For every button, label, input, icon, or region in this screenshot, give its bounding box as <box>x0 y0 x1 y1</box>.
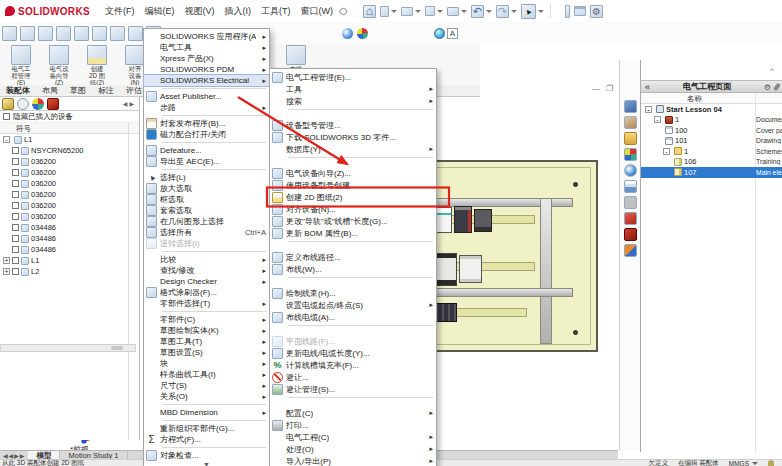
equipment-tree-row[interactable]: + L1 <box>0 255 139 266</box>
settings-gear-icon[interactable] <box>38 26 53 41</box>
panel-pin-icon[interactable] <box>773 82 781 91</box>
appearance-sphere-icon[interactable] <box>342 28 353 39</box>
report-flag-icon[interactable] <box>92 26 107 41</box>
menu-item[interactable]: 封套发布程序(B)... <box>144 118 269 129</box>
menu-item[interactable]: 绘制线束(H)... <box>270 287 436 299</box>
ribbon-button[interactable]: 电气工 程管理 (E) <box>2 44 40 85</box>
menu-item[interactable]: 磁力配合打开/关闭 <box>144 129 269 140</box>
menu-bar-item[interactable]: 视图(V) <box>179 5 219 18</box>
display-manager-tab-icon[interactable] <box>47 98 59 110</box>
process-tools-icon[interactable] <box>110 26 125 41</box>
equipment-tree-row[interactable]: 036200 <box>0 200 139 211</box>
ribbon-tab[interactable]: 草图 <box>64 85 92 96</box>
menu-item[interactable]: 电气工具 ▸ <box>144 42 269 53</box>
menu-item[interactable]: 步路 ▸ <box>144 102 269 113</box>
menu-item[interactable]: 选择所有 Ctrl+A <box>144 227 269 238</box>
menu-item[interactable]: 平面线路(F)... <box>270 335 436 347</box>
menu-item[interactable]: 框选取 <box>144 194 269 205</box>
home-icon[interactable] <box>624 100 637 113</box>
row-checkbox[interactable] <box>12 213 19 220</box>
menu-item[interactable]: 电气设备向导(Z)... <box>270 167 436 179</box>
equipment-tree-row[interactable]: 036200 <box>0 189 139 200</box>
spellcheck-icon[interactable]: A <box>447 28 458 39</box>
menu-item[interactable]: 选择(L) <box>144 172 269 183</box>
menu-item[interactable]: 重新组织零部件(G)... <box>144 423 269 434</box>
row-checkbox[interactable] <box>12 191 19 198</box>
equipment-tree-row[interactable]: - L1 <box>0 134 139 145</box>
row-checkbox[interactable] <box>12 202 19 209</box>
equipment-tree-row[interactable]: 036200 <box>0 156 139 167</box>
expander-icon[interactable]: - <box>654 116 661 123</box>
ball-icon[interactable] <box>624 164 637 177</box>
menu-bar-item[interactable]: 文件(F) <box>100 5 140 18</box>
menu-item[interactable]: 在几何图形上选择 <box>144 216 269 227</box>
menu-bar-item[interactable]: 窗口(W) <box>295 5 338 18</box>
hide-inserted-checkbox[interactable] <box>3 113 10 120</box>
menu-item[interactable]: 下载 SOLIDWORKS 3D 零件... <box>270 131 436 143</box>
menu-item[interactable]: 更新 BOM 属性(B)... <box>270 227 436 239</box>
tab-scroll-arrows-icon[interactable]: ◀▶ <box>123 100 136 107</box>
search-components-icon[interactable] <box>74 26 89 41</box>
cube-icon[interactable] <box>624 228 637 241</box>
menu-item[interactable]: 零部件选择(T) ▸ <box>144 298 269 309</box>
menu-item[interactable]: 放大选取 <box>144 183 269 194</box>
row-checkbox[interactable] <box>12 246 19 253</box>
wrench-tools-icon[interactable] <box>128 26 143 41</box>
ribbon-tab[interactable]: 装配体 <box>0 85 36 96</box>
row-checkbox[interactable] <box>12 180 19 187</box>
menu-item[interactable]: 导出至 AEC(E)... <box>144 156 269 167</box>
units-dropdown-icon[interactable] <box>752 462 758 465</box>
panel-settings-gear-icon[interactable] <box>764 82 771 92</box>
view-tool-button[interactable] <box>565 5 570 18</box>
menu-item[interactable]: 搜索 ▸ <box>270 95 436 107</box>
menu-item[interactable]: SOLIDWORKS PDM ▸ <box>144 64 269 75</box>
menu-item[interactable]: 避让... <box>270 371 436 383</box>
export-icon[interactable] <box>624 244 637 257</box>
dropdown-caret-icon[interactable] <box>415 10 421 13</box>
dropdown-caret-icon[interactable] <box>538 10 544 13</box>
expander-icon[interactable]: - <box>645 106 652 113</box>
puzzle-icon[interactable] <box>624 148 637 161</box>
menu-item[interactable]: 数据库(Y) ▸ <box>270 143 436 155</box>
gray-icon[interactable] <box>624 196 637 209</box>
equipment-browser-icon[interactable] <box>20 26 35 41</box>
menu-item[interactable]: 打印... <box>270 419 436 431</box>
quick-tool-button[interactable] <box>521 4 544 19</box>
name-column-header[interactable]: 名称 <box>641 93 782 104</box>
units-value[interactable]: MMGS <box>729 460 749 466</box>
panel-collapse-icon[interactable]: ^ <box>770 66 774 75</box>
ribbon-button[interactable]: 创建 2D 图 纸(2) <box>78 44 116 85</box>
menu-item[interactable]: 草图设置(S) ▸ <box>144 347 269 358</box>
menu-item[interactable]: 避让管理(S)... <box>270 383 436 395</box>
equipment-tree-row[interactable]: 036200 <box>0 167 139 178</box>
equipment-tree-row[interactable]: 034486 <box>0 244 139 255</box>
equipment-tree-row[interactable]: 036200 <box>0 178 139 189</box>
dropdown-caret-icon[interactable] <box>391 10 397 13</box>
menu-item[interactable]: 创建 2D 图纸(2) <box>270 191 436 203</box>
menu-item[interactable]: 工具 ▸ <box>270 83 436 95</box>
expander-icon[interactable]: - <box>3 136 10 143</box>
language-globe-icon[interactable] <box>434 28 445 39</box>
row-checkbox[interactable] <box>12 169 19 176</box>
menu-item[interactable]: 更改"导轨"或"线槽"长度(G)... <box>270 215 436 227</box>
folder-icon[interactable] <box>624 132 637 145</box>
menu-item[interactable]: 格式涂刷器(F)... <box>144 287 269 298</box>
electrical-project-icon[interactable] <box>2 26 17 41</box>
menu-item[interactable]: Xpress 产品(X) ▸ <box>144 53 269 64</box>
quick-tool-button[interactable] <box>496 5 517 18</box>
quick-tool-button[interactable] <box>380 6 397 17</box>
menu-item[interactable]: 查找/修改 ▸ <box>144 265 269 276</box>
menu-item[interactable]: Defeature... <box>144 145 269 156</box>
menu-item[interactable] <box>270 155 436 167</box>
expander-icon[interactable]: + <box>3 257 10 264</box>
table-icon[interactable] <box>624 180 637 193</box>
equipment-tree-row[interactable]: 034486 <box>0 233 139 244</box>
quick-tool-button[interactable] <box>401 7 421 16</box>
menu-bar-item[interactable]: 插入(I) <box>219 5 256 18</box>
view-tool-button[interactable] <box>590 5 603 18</box>
menu-item[interactable]: 逆转选择(I) <box>144 238 269 249</box>
notification-icon[interactable] <box>768 460 774 466</box>
page-tree-row[interactable]: 101 Drawing list <box>641 136 782 147</box>
row-checkbox[interactable] <box>12 147 19 154</box>
menu-item[interactable]: 块 ▸ <box>144 358 269 369</box>
